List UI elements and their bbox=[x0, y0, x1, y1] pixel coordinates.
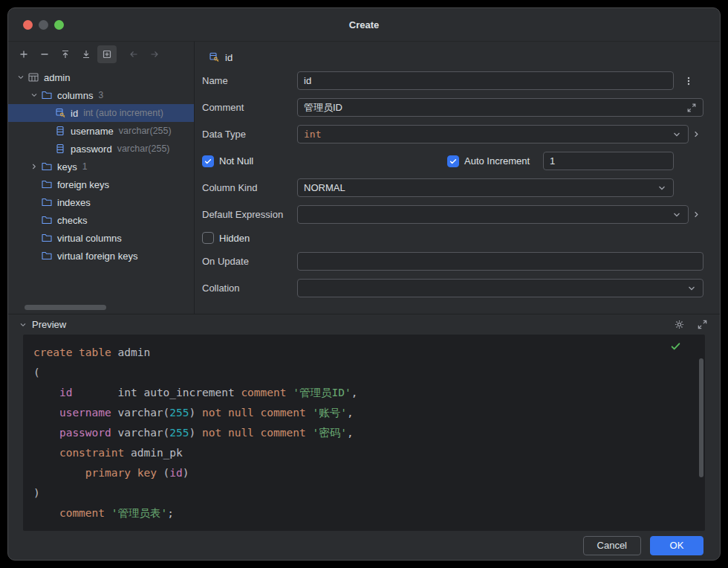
sql-token bbox=[33, 467, 85, 479]
sql-token bbox=[33, 387, 59, 398]
scrollbar-thumb[interactable] bbox=[699, 358, 703, 477]
tree-item-count-badge: 3 bbox=[98, 90, 103, 100]
chevron-down-icon[interactable] bbox=[27, 91, 41, 100]
sql-token: ; bbox=[167, 507, 174, 519]
sql-token: int auto_increment bbox=[72, 387, 241, 398]
tree-item-virtual-foreign-keys[interactable]: virtual foreign keys bbox=[8, 247, 194, 265]
data-type-combobox[interactable]: int bbox=[297, 125, 689, 143]
tree-item-password[interactable]: passwordvarchar(255) bbox=[8, 140, 194, 158]
traffic-lights bbox=[23, 8, 64, 41]
sql-token: '管理员ID' bbox=[293, 387, 351, 398]
move-up-button[interactable] bbox=[56, 45, 75, 63]
collation-select[interactable] bbox=[297, 279, 703, 297]
tree-item-virtual-columns[interactable]: virtual columns bbox=[8, 229, 194, 247]
chevron-down-icon[interactable] bbox=[14, 73, 27, 82]
checkbox-box[interactable] bbox=[202, 155, 214, 167]
sql-token: id bbox=[169, 467, 182, 479]
chevron-right-icon[interactable] bbox=[27, 162, 41, 171]
chevron-down-icon[interactable] bbox=[672, 210, 682, 220]
column-kind-row: Column Kind NORMAL bbox=[201, 178, 703, 197]
sql-token: varchar( bbox=[111, 427, 170, 439]
scrollbar-thumb[interactable] bbox=[25, 305, 106, 310]
column-key-icon bbox=[208, 51, 220, 63]
tree-item-type: int (auto increment) bbox=[83, 108, 163, 118]
default-expression-row: Default Expression bbox=[201, 205, 703, 224]
sql-token bbox=[286, 387, 293, 398]
move-down-button[interactable] bbox=[77, 45, 96, 63]
tree-item-checks[interactable]: checks bbox=[8, 211, 194, 229]
chevron-down-icon[interactable] bbox=[672, 129, 682, 140]
sql-line-5: password varchar(255) not null comment '… bbox=[33, 423, 705, 443]
collation-label: Collation bbox=[202, 283, 297, 294]
tree-item-keys[interactable]: keys1 bbox=[8, 158, 194, 175]
sql-token: primary key bbox=[85, 467, 157, 479]
column-kind-label: Column Kind bbox=[202, 182, 297, 193]
column-form: id Name id Comment 管理员ID bbox=[195, 42, 720, 314]
create-dialog: Create admincolumns3idint (auto incremen… bbox=[7, 7, 721, 561]
tree-item-admin[interactable]: admin bbox=[8, 68, 194, 86]
column-key-icon bbox=[54, 107, 66, 119]
tree-item-label: virtual columns bbox=[57, 233, 122, 244]
sql-token: ( bbox=[33, 367, 40, 378]
name-label: Name bbox=[202, 75, 297, 86]
sql-line-7: primary key (id) bbox=[33, 463, 705, 483]
auto-increment-checkbox[interactable]: Auto Increment bbox=[447, 155, 543, 167]
settings-gear-icon[interactable] bbox=[674, 319, 685, 330]
chevron-right-icon[interactable] bbox=[689, 129, 703, 139]
tree-item-foreign-keys[interactable]: foreign keys bbox=[8, 175, 194, 193]
screen: Create admincolumns3idint (auto incremen… bbox=[0, 0, 728, 568]
on-update-input[interactable] bbox=[297, 252, 703, 271]
tree-item-label: password bbox=[71, 143, 112, 155]
close-button[interactable] bbox=[23, 20, 33, 30]
zoom-button[interactable] bbox=[54, 20, 64, 30]
chevron-right-icon[interactable] bbox=[689, 210, 703, 219]
sql-token: password bbox=[59, 427, 111, 439]
chevron-down-icon[interactable] bbox=[686, 283, 697, 294]
tree-item-columns[interactable]: columns3 bbox=[8, 86, 194, 104]
sql-token: not null comment bbox=[202, 427, 306, 439]
folder-icon bbox=[41, 214, 53, 226]
sql-token: comment bbox=[241, 387, 286, 398]
sql-token: varchar( bbox=[111, 407, 170, 419]
minimize-button[interactable] bbox=[39, 20, 48, 30]
sql-line-6: constraint admin_pk bbox=[33, 443, 705, 463]
chevron-down-icon[interactable] bbox=[657, 183, 667, 193]
no-errors-check-icon bbox=[670, 341, 681, 352]
checkbox-box[interactable] bbox=[447, 155, 459, 167]
tree-item-label: keys bbox=[57, 161, 77, 172]
tree-item-type: varchar(255) bbox=[119, 126, 172, 136]
tree-item-count-badge: 1 bbox=[82, 161, 88, 172]
hidden-checkbox[interactable]: Hidden bbox=[202, 232, 250, 244]
not-null-checkbox[interactable]: Not Null bbox=[202, 155, 447, 167]
ok-button[interactable]: OK bbox=[650, 536, 703, 555]
editor-vertical-scrollbar[interactable] bbox=[698, 335, 705, 531]
open-in-editor-icon[interactable] bbox=[697, 319, 708, 330]
remove-button[interactable] bbox=[35, 45, 54, 63]
sql-preview-editor[interactable]: create table admin( id int auto_incremen… bbox=[23, 335, 705, 531]
column-kind-select[interactable]: NORMAL bbox=[297, 178, 674, 197]
add-button[interactable] bbox=[14, 45, 33, 63]
tree-item-id[interactable]: idint (auto increment) bbox=[8, 104, 194, 122]
checkbox-box[interactable] bbox=[202, 232, 214, 244]
tree-horizontal-scrollbar[interactable] bbox=[13, 305, 189, 311]
kebab-menu-icon[interactable] bbox=[674, 76, 703, 86]
default-expression-combobox[interactable] bbox=[297, 205, 689, 224]
name-input[interactable]: id bbox=[297, 71, 674, 90]
form-header: id bbox=[201, 48, 703, 67]
comment-input[interactable]: 管理员ID bbox=[297, 98, 703, 117]
object-tree: admincolumns3idint (auto increment)usern… bbox=[8, 67, 194, 314]
auto-increment-input[interactable]: 1 bbox=[543, 152, 674, 170]
select-in-tree-button[interactable] bbox=[97, 45, 117, 63]
collapse-chevron-icon[interactable] bbox=[19, 320, 27, 329]
sql-token bbox=[33, 427, 59, 439]
cancel-button[interactable]: Cancel bbox=[583, 536, 641, 555]
tree-item-username[interactable]: usernamevarchar(255) bbox=[8, 122, 194, 140]
sql-token: , bbox=[347, 407, 354, 419]
sql-token: comment bbox=[59, 507, 105, 519]
expand-icon[interactable] bbox=[686, 103, 697, 113]
comment-value: 管理员ID bbox=[304, 101, 682, 114]
sql-token: ) bbox=[33, 487, 40, 499]
on-update-label: On Update bbox=[202, 256, 297, 267]
tree-item-indexes[interactable]: indexes bbox=[8, 193, 194, 211]
auto-increment-label: Auto Increment bbox=[464, 155, 530, 167]
